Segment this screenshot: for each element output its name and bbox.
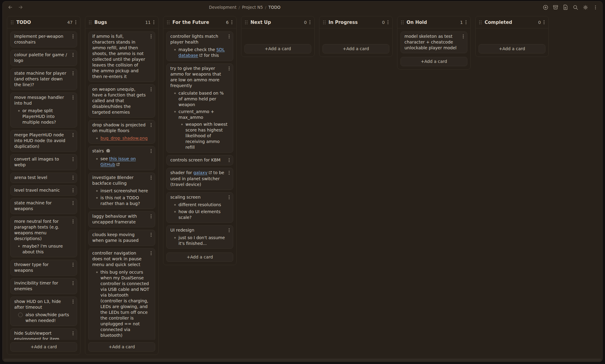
- card-link[interactable]: bug_drop_shadow.png: [100, 136, 148, 141]
- card[interactable]: show HUD on L3, hide after timeoutalso s…: [10, 297, 77, 326]
- column-menu-icon[interactable]: [388, 20, 389, 24]
- card[interactable]: laggy behaviour with uncapped framerate: [88, 211, 155, 227]
- card-menu-icon[interactable]: [73, 281, 74, 285]
- drag-handle-icon[interactable]: [167, 21, 170, 24]
- add-card-button[interactable]: +Add a card: [322, 44, 389, 54]
- card[interactable]: convert all images to webp: [10, 154, 77, 170]
- drag-handle-icon[interactable]: [89, 21, 92, 24]
- card[interactable]: drop shadow is projected on multiple flo…: [88, 120, 155, 144]
- breadcrumb-item[interactable]: Development: [209, 5, 237, 10]
- card-menu-icon[interactable]: [73, 133, 74, 137]
- card[interactable]: UI redesignjust so I don't assume it's f…: [166, 225, 233, 249]
- card-menu-icon[interactable]: [151, 233, 152, 237]
- card[interactable]: thrower type for weapons: [10, 260, 77, 276]
- card[interactable]: controls screen for KBM: [166, 155, 233, 165]
- card[interactable]: state machine for player (and others lat…: [10, 68, 77, 90]
- card-menu-icon[interactable]: [73, 201, 74, 205]
- card-menu-icon[interactable]: [73, 188, 74, 193]
- drag-handle-icon[interactable]: [401, 21, 404, 24]
- horizontal-scrollbar[interactable]: [4, 359, 601, 361]
- drag-handle-icon[interactable]: [245, 21, 248, 24]
- card-menu-icon[interactable]: [151, 176, 152, 180]
- card[interactable]: state machine for weapons: [10, 198, 77, 214]
- drag-handle-icon[interactable]: [323, 21, 326, 24]
- text-segment: weapon with lowest score has highest lik…: [185, 122, 227, 150]
- card-menu-icon[interactable]: [151, 34, 152, 39]
- column-bugs: Bugs11if ammo is full, characters stands…: [85, 16, 159, 355]
- card-menu-icon[interactable]: [229, 158, 230, 162]
- search-icon[interactable]: [572, 4, 579, 11]
- card-menu-icon[interactable]: [151, 123, 152, 127]
- card-menu-icon[interactable]: [73, 263, 74, 267]
- card[interactable]: stairs see this issue on GitHub: [88, 146, 155, 170]
- settings-gear-icon[interactable]: [582, 4, 589, 11]
- new-note-icon[interactable]: [562, 4, 569, 11]
- card-menu-icon[interactable]: [73, 331, 74, 336]
- column-menu-icon[interactable]: [231, 20, 233, 24]
- column-menu-icon[interactable]: [466, 20, 467, 24]
- card[interactable]: shader for galaxy to be used in planet s…: [166, 168, 233, 190]
- card-menu-icon[interactable]: [229, 34, 230, 39]
- card[interactable]: if ammo is full, characters stands in am…: [88, 31, 155, 82]
- column-menu-icon[interactable]: [75, 20, 77, 24]
- card[interactable]: controller navigation does not work in p…: [88, 248, 155, 340]
- column-menu-icon[interactable]: [153, 20, 155, 24]
- card-menu-icon[interactable]: [151, 149, 152, 153]
- add-card-button[interactable]: +Add a card: [479, 44, 545, 54]
- card-menu-icon[interactable]: [73, 96, 74, 100]
- add-card-button[interactable]: +Add a card: [10, 342, 77, 352]
- card-menu-icon[interactable]: [151, 251, 152, 255]
- card[interactable]: on weapon unequip, have a function that …: [88, 84, 155, 118]
- card[interactable]: move message handler into hudor maybe sp…: [10, 93, 77, 128]
- plus-circle-icon[interactable]: [542, 4, 549, 11]
- card-menu-icon[interactable]: [229, 67, 230, 71]
- card-menu-icon[interactable]: [73, 53, 74, 57]
- card[interactable]: investigate Blender backface cullinginse…: [88, 173, 155, 209]
- text-segment: model skeleton as test character + cheat…: [404, 34, 456, 50]
- card[interactable]: level travel mechanic: [10, 185, 77, 196]
- card[interactable]: try to give the player ammo for weapons …: [166, 63, 233, 153]
- card[interactable]: more neutral font for paragraph texts (e…: [10, 216, 77, 257]
- card-menu-icon[interactable]: [229, 171, 230, 175]
- card[interactable]: implement per-weapon crosshairs: [10, 31, 77, 47]
- drag-handle-icon[interactable]: [479, 21, 482, 24]
- more-options-icon[interactable]: [592, 4, 599, 11]
- card[interactable]: model skeleton as test character + cheat…: [401, 31, 467, 53]
- add-card-button[interactable]: +Add a card: [244, 44, 311, 54]
- card-menu-icon[interactable]: [229, 195, 230, 200]
- card[interactable]: clouds keep moving when game is paused: [88, 230, 155, 246]
- card[interactable]: merge PlayerHUD node into HUD node (to a…: [10, 130, 77, 152]
- text-segment: show HUD on L3, hide after timeout: [14, 299, 61, 310]
- card-menu-icon[interactable]: [73, 71, 74, 76]
- card-menu-icon[interactable]: [229, 228, 230, 232]
- card-menu-icon[interactable]: [73, 300, 74, 304]
- toolbar-icons: [542, 2, 599, 13]
- card[interactable]: invincibility timer for enemies: [10, 278, 77, 294]
- archive-icon[interactable]: [552, 4, 559, 11]
- card[interactable]: arena test level: [10, 173, 77, 183]
- column-menu-icon[interactable]: [309, 20, 311, 24]
- checkbox-circle[interactable]: [18, 313, 23, 317]
- breadcrumb-item[interactable]: Project N5: [242, 5, 263, 10]
- add-card-button[interactable]: +Add a card: [401, 57, 467, 66]
- card-menu-icon[interactable]: [73, 157, 74, 161]
- card-menu-icon[interactable]: [73, 34, 74, 39]
- card[interactable]: colour palette for game / logo: [10, 50, 77, 66]
- card-title: stairs: [92, 148, 151, 154]
- card[interactable]: controller lights match player healthmay…: [166, 31, 233, 61]
- text-segment: current_ammo + max_ammo: [178, 109, 214, 120]
- card-menu-icon[interactable]: [73, 219, 74, 224]
- card-menu-icon[interactable]: [463, 34, 464, 39]
- card[interactable]: scaling screendifferent resolutionshow d…: [166, 192, 233, 223]
- add-card-button[interactable]: +Add a card: [166, 252, 233, 262]
- card-link[interactable]: galaxy: [193, 170, 208, 175]
- card-count: 1: [460, 20, 463, 25]
- card-menu-icon[interactable]: [151, 87, 152, 92]
- add-card-button[interactable]: +Add a card: [88, 342, 155, 352]
- card-menu-icon[interactable]: [73, 176, 74, 180]
- card[interactable]: hide SubViewport environment for item pr…: [10, 328, 77, 340]
- drag-handle-icon[interactable]: [11, 21, 14, 24]
- column-menu-icon[interactable]: [544, 20, 545, 24]
- card-menu-icon[interactable]: [151, 214, 152, 219]
- breadcrumb-item-current[interactable]: TODO: [268, 5, 280, 10]
